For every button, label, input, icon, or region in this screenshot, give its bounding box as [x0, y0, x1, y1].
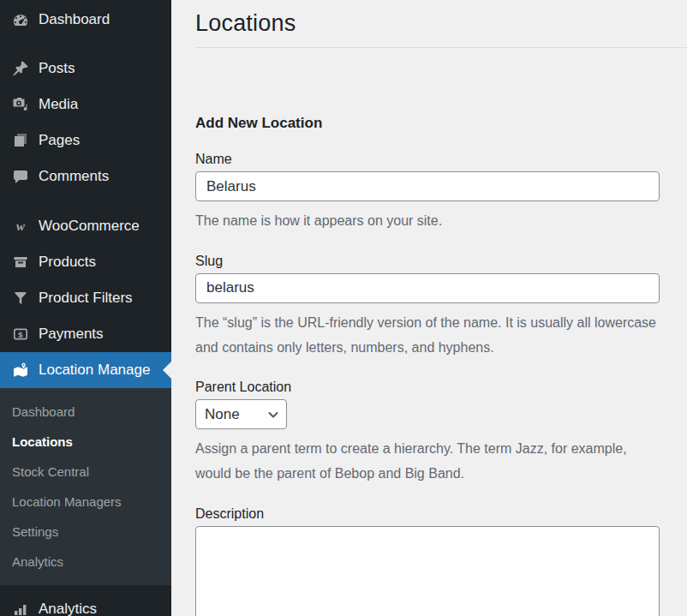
name-input[interactable] — [195, 171, 660, 201]
pushpin-icon — [12, 60, 29, 77]
box-icon — [12, 254, 29, 271]
slug-input[interactable] — [195, 273, 660, 303]
map-pin-icon — [12, 362, 29, 379]
slug-label: Slug — [195, 254, 660, 269]
description-textarea[interactable] — [195, 526, 660, 616]
sidebar-item-label: Pages — [39, 132, 80, 149]
main-content: Locations Add New Location Name The name… — [171, 0, 687, 616]
sidebar-item-label: Products — [39, 254, 96, 271]
sidebar-item-label: Dashboard — [39, 11, 110, 28]
pages-icon — [12, 132, 29, 149]
sidebar-item-product-filters[interactable]: Product Filters — [0, 280, 171, 316]
sidebar-item-comments[interactable]: Comments — [0, 158, 171, 194]
location-manage-submenu: Dashboard Locations Stock Central Locati… — [0, 388, 171, 585]
parent-location-select[interactable]: None — [195, 399, 287, 429]
parent-location-help-text: Assign a parent term to create a hierarc… — [195, 437, 660, 487]
submenu-item-dashboard[interactable]: Dashboard — [0, 397, 171, 427]
name-field-group: Name The name is how it appears on your … — [195, 152, 660, 234]
submenu-item-location-managers[interactable]: Location Managers — [0, 487, 171, 517]
name-help-text: The name is how it appears on your site. — [195, 209, 660, 234]
slug-field-group: Slug The “slug” is the URL-friendly vers… — [195, 254, 660, 361]
name-label: Name — [195, 152, 660, 167]
sidebar-item-label: Product Filters — [39, 290, 133, 307]
description-field-group: Description — [195, 506, 660, 616]
sidebar-item-pages[interactable]: Pages — [0, 123, 171, 158]
sidebar-item-payments[interactable]: $ Payments — [0, 316, 171, 352]
sidebar-item-label: Posts — [39, 60, 75, 77]
bar-chart-icon — [12, 601, 29, 616]
submenu-item-label: Stock Central — [12, 464, 89, 479]
sidebar-item-label: Media — [39, 96, 78, 113]
sidebar-item-label: Analytics — [39, 601, 97, 616]
woocommerce-icon: w — [12, 218, 29, 235]
sidebar-item-location-manage[interactable]: Location Manage — [0, 352, 171, 388]
sidebar-item-label: WooCommerce — [39, 218, 140, 235]
sidebar-item-products[interactable]: Products — [0, 244, 171, 280]
sidebar-item-dashboard[interactable]: Dashboard — [0, 2, 171, 38]
page-header: Locations — [195, 0, 687, 48]
menu-separator — [0, 585, 171, 591]
wordpress-admin: Dashboard Posts Media Pages Commen — [0, 0, 687, 616]
sidebar-item-posts[interactable]: Posts — [0, 51, 171, 87]
submenu-item-label: Dashboard — [12, 404, 75, 419]
add-location-form: Add New Location Name The name is how it… — [195, 115, 660, 616]
menu-separator — [0, 194, 171, 208]
submenu-item-stock-central[interactable]: Stock Central — [0, 457, 171, 487]
menu-separator — [0, 38, 171, 51]
submenu-item-label: Settings — [12, 524, 58, 539]
page-title: Locations — [195, 10, 687, 37]
submenu-item-label: Analytics — [12, 554, 63, 569]
funnel-icon — [12, 290, 29, 307]
active-item-arrow — [163, 362, 171, 379]
parent-location-field-group: Parent Location None Assign a parent ter… — [195, 380, 660, 487]
sidebar-item-label: Payments — [39, 326, 104, 343]
svg-text:w: w — [16, 219, 26, 233]
sidebar-item-media[interactable]: Media — [0, 87, 171, 123]
form-heading: Add New Location — [195, 115, 660, 132]
submenu-item-locations[interactable]: Locations — [0, 427, 171, 457]
slug-help-text: The “slug” is the URL-friendly version o… — [195, 311, 660, 361]
dashboard-icon — [12, 11, 29, 28]
parent-location-label: Parent Location — [195, 380, 660, 395]
sidebar-item-label: Location Manage — [39, 362, 150, 379]
submenu-item-analytics[interactable]: Analytics — [0, 547, 171, 577]
description-label: Description — [195, 506, 660, 522]
dollar-icon: $ — [12, 326, 29, 343]
svg-text:$: $ — [18, 330, 23, 339]
camera-icon — [12, 96, 29, 113]
parent-location-select-wrap: None — [195, 399, 287, 429]
submenu-item-label: Location Managers — [12, 494, 122, 509]
submenu-item-settings[interactable]: Settings — [0, 517, 171, 547]
sidebar-item-label: Comments — [39, 168, 109, 185]
submenu-item-label: Locations — [12, 434, 73, 449]
sidebar-item-analytics[interactable]: Analytics — [0, 591, 171, 616]
admin-sidebar: Dashboard Posts Media Pages Commen — [0, 0, 171, 616]
sidebar-item-woocommerce[interactable]: w WooCommerce — [0, 208, 171, 244]
comment-icon — [12, 168, 29, 185]
